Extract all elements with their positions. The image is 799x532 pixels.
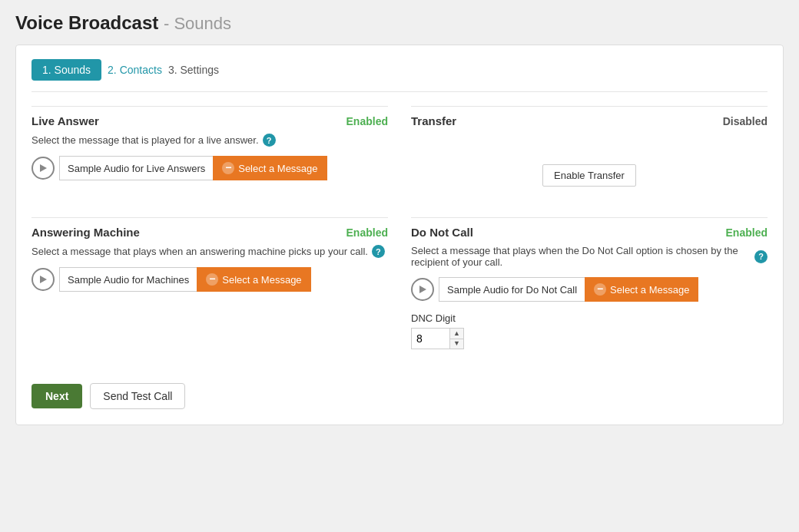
answering-machine-minus-icon: −: [206, 273, 218, 286]
dnc-digit-spinner: ▲ ▼: [449, 328, 464, 349]
do-not-call-status: Enabled: [726, 226, 768, 239]
svg-marker-0: [40, 164, 47, 172]
answering-machine-desc: Select a message that plays when an answ…: [31, 245, 388, 258]
do-not-call-select-message-button[interactable]: − Select a Message: [585, 277, 698, 302]
dnc-digit-down-button[interactable]: ▼: [450, 339, 463, 349]
step3-text: 3. Settings: [168, 64, 219, 76]
transfer-header: Transfer Disabled: [411, 114, 768, 127]
send-test-call-button[interactable]: Send Test Call: [90, 383, 185, 409]
do-not-call-audio-label: Sample Audio for Do Not Call: [439, 277, 585, 302]
live-answer-header: Live Answer Enabled: [31, 114, 388, 127]
steps-nav: 1. Sounds 2. Contacts 3. Settings: [31, 59, 768, 92]
main-card: 1. Sounds 2. Contacts 3. Settings Live A…: [15, 45, 784, 425]
transfer-section: Transfer Disabled Enable Transfer: [411, 106, 768, 202]
answering-machine-status: Enabled: [346, 226, 388, 239]
transfer-status: Disabled: [723, 115, 768, 127]
live-answer-section: Live Answer Enabled Select the message t…: [31, 106, 388, 202]
svg-marker-1: [40, 276, 47, 283]
live-answer-play-button[interactable]: [31, 157, 55, 180]
enable-transfer-button[interactable]: Enable Transfer: [542, 164, 636, 187]
do-not-call-audio-row: Sample Audio for Do Not Call − Select a …: [411, 277, 768, 302]
do-not-call-title: Do Not Call: [411, 226, 473, 239]
answering-machine-title: Answering Machine: [31, 226, 140, 239]
footer-buttons: Next Send Test Call: [31, 383, 768, 409]
do-not-call-section: Do Not Call Enabled Select a message tha…: [411, 217, 768, 365]
do-not-call-help-icon[interactable]: ?: [754, 250, 768, 263]
do-not-call-header: Do Not Call Enabled: [411, 226, 768, 239]
live-answer-desc: Select the message that is played for a …: [31, 134, 388, 147]
answering-machine-play-button[interactable]: [31, 268, 55, 291]
dnc-digit-label: DNC Digit: [411, 312, 768, 324]
dnc-digit-input[interactable]: [411, 328, 449, 349]
bottom-row: Answering Machine Enabled Select a messa…: [31, 217, 768, 365]
do-not-call-desc: Select a message that plays when the Do …: [411, 245, 768, 268]
live-answer-help-icon[interactable]: ?: [263, 134, 276, 147]
live-answer-title: Live Answer: [31, 114, 99, 127]
step2-link[interactable]: 2. Contacts: [108, 64, 162, 76]
transfer-body: Enable Transfer: [411, 134, 768, 187]
do-not-call-play-button[interactable]: [411, 278, 434, 301]
answering-machine-audio-label: Sample Audio for Machines: [59, 267, 197, 292]
top-row: Live Answer Enabled Select the message t…: [31, 106, 768, 202]
page-title: Voice Broadcast - Sounds: [15, 12, 784, 34]
dnc-digit-up-button[interactable]: ▲: [450, 329, 463, 339]
step1-button[interactable]: 1. Sounds: [31, 59, 101, 81]
answering-machine-section: Answering Machine Enabled Select a messa…: [31, 217, 388, 365]
answering-machine-select-message-button[interactable]: − Select a Message: [197, 267, 310, 292]
live-answer-status: Enabled: [346, 115, 388, 127]
live-answer-select-message-button[interactable]: − Select a Message: [213, 156, 327, 180]
next-button[interactable]: Next: [31, 384, 82, 408]
dnc-digit-control: ▲ ▼: [411, 328, 768, 349]
live-answer-audio-label: Sample Audio for Live Answers: [59, 156, 213, 180]
do-not-call-minus-icon: −: [594, 283, 606, 296]
live-answer-audio-row: Sample Audio for Live Answers − Select a…: [31, 156, 388, 180]
transfer-title: Transfer: [411, 114, 456, 127]
answering-machine-help-icon[interactable]: ?: [372, 245, 385, 258]
answering-machine-header: Answering Machine Enabled: [31, 226, 388, 239]
answering-machine-audio-row: Sample Audio for Machines − Select a Mes…: [31, 267, 388, 292]
svg-marker-2: [419, 286, 426, 293]
live-answer-minus-icon: −: [222, 162, 234, 174]
